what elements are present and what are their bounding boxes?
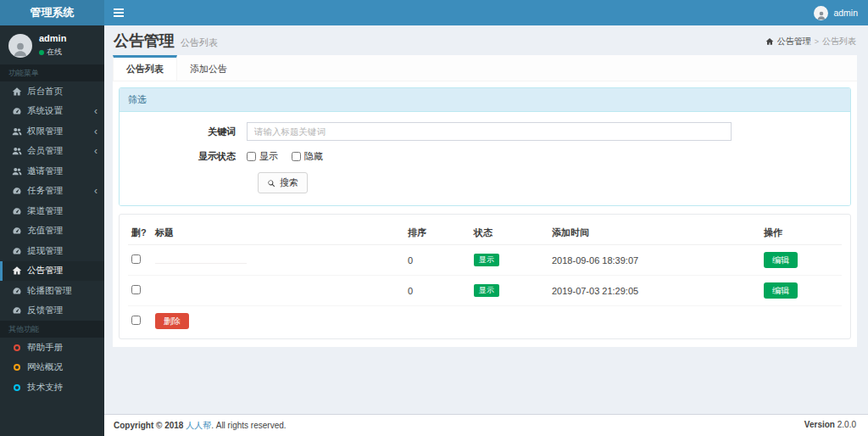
user-status: 在线 [39, 47, 66, 58]
gauge-icon [12, 246, 22, 256]
tab-1[interactable]: 添加公告 [177, 55, 240, 81]
version-label: Version [804, 420, 835, 429]
gauge-icon [12, 305, 22, 316]
sidebar-extra-item-0[interactable]: 帮助手册 [0, 338, 104, 358]
row-title[interactable] [152, 245, 404, 276]
sidebar-item-8[interactable]: 提现管理 [0, 241, 104, 261]
sidebar-extra-item-2[interactable]: 技术支持 [0, 377, 104, 398]
status-options: 显示 隐藏 [247, 150, 323, 163]
brand-link[interactable]: 人人帮 [186, 421, 211, 430]
navbar-user-menu[interactable]: admin [804, 0, 868, 25]
sidebar-item-label: 渠道管理 [27, 205, 63, 217]
tab-0[interactable]: 公告列表 [113, 55, 177, 81]
status-option-0[interactable]: 显示 [247, 150, 278, 163]
home-icon [765, 37, 774, 46]
sidebar-item-label: 后台首页 [27, 86, 63, 98]
home-icon [12, 266, 22, 276]
user-status-label: 在线 [47, 47, 62, 58]
user-name: admin [39, 33, 66, 44]
edit-button[interactable]: 编辑 [764, 282, 798, 299]
page-title: 公告管理 [114, 31, 175, 51]
row-sort: 0 [404, 245, 470, 276]
sidebar-item-4[interactable]: 邀请管理 [0, 161, 104, 182]
delete-button[interactable]: 删除 [155, 313, 189, 329]
edit-button[interactable]: 编辑 [764, 252, 798, 268]
sidebar-item-label: 网站概况 [27, 361, 63, 373]
home-icon [12, 87, 22, 97]
person-icon [12, 41, 29, 58]
gauge-icon [12, 106, 22, 116]
breadcrumb-link[interactable]: 公告管理 [777, 36, 811, 48]
col-delete: 删? [128, 221, 152, 245]
sidebar-item-11[interactable]: 反馈管理 [0, 301, 104, 321]
sidebar-item-1[interactable]: 系统设置 ‹ [0, 102, 104, 122]
copyright-suffix: . All rights reserved. [211, 421, 286, 430]
users-icon [12, 166, 22, 176]
sidebar-item-9[interactable]: 公告管理 [0, 261, 104, 282]
row-checkbox[interactable] [131, 254, 141, 264]
version-number: 2.0.0 [837, 420, 856, 429]
status-badge: 显示 [474, 254, 499, 266]
app-logo[interactable]: 管理系统 [0, 0, 104, 25]
tab-content: 筛选 关键词 显示状态 显示 隐藏 搜索 [113, 81, 857, 347]
sidebar-item-6[interactable]: 渠道管理 [0, 201, 104, 221]
keyword-input[interactable] [247, 122, 732, 141]
row-sort: 0 [404, 276, 470, 306]
sidebar-item-3[interactable]: 会员管理 ‹ [0, 142, 104, 162]
table-row-1: 0 显示 2019-07-03 21:29:05 编辑 [128, 276, 842, 306]
menu-section-other: 其他功能 [0, 321, 104, 338]
gauge-icon [12, 286, 22, 296]
top-navbar: admin [104, 0, 868, 25]
sidebar-item-2[interactable]: 权限管理 ‹ [0, 121, 104, 142]
sidebar-item-label: 提现管理 [27, 245, 63, 257]
navbar-avatar [814, 6, 828, 20]
search-button[interactable]: 搜索 [258, 172, 308, 193]
sidebar-item-label: 权限管理 [27, 126, 63, 137]
chevron-left-icon: ‹ [94, 187, 97, 195]
sidebar-item-label: 邀请管理 [27, 165, 63, 177]
chevron-left-icon: ‹ [94, 107, 97, 115]
circle-o-icon [14, 344, 20, 351]
filter-panel-title: 筛选 [120, 88, 850, 112]
sidebar-item-10[interactable]: 轮播图管理 [0, 281, 104, 301]
table-header-row: 删? 标题 排序 状态 添加时间 操作 [128, 221, 842, 245]
circle-o-icon [14, 364, 20, 371]
status-checkbox[interactable] [247, 152, 256, 161]
row-time: 2019-07-03 21:29:05 [548, 276, 760, 306]
content-header: 公告管理 公告列表 公告管理 > 公告列表 [104, 25, 868, 55]
breadcrumb-separator: > [815, 37, 819, 46]
sidebar-toggle-button[interactable] [104, 0, 133, 25]
select-all-checkbox[interactable] [131, 316, 141, 325]
sidebar-extra-item-1[interactable]: 网站概况 [0, 358, 104, 378]
announcement-table: 删? 标题 排序 状态 添加时间 操作 0 显示 2018-09-06 18:3… [128, 221, 842, 331]
navbar-username: admin [833, 8, 858, 18]
filter-panel-body: 关键词 显示状态 显示 隐藏 搜索 [120, 112, 850, 205]
masked-title-link[interactable] [155, 256, 247, 264]
online-dot-icon [39, 50, 44, 55]
sidebar-item-label: 会员管理 [27, 145, 63, 157]
sidebar-item-7[interactable]: 充值管理 [0, 221, 104, 242]
gauge-icon [12, 186, 22, 196]
sidebar-extra-menu: 帮助手册 网站概况 技术支持 [0, 338, 104, 398]
search-button-label: 搜索 [280, 176, 298, 189]
table-row-0: 0 显示 2018-09-06 18:39:07 编辑 [128, 245, 842, 276]
status-checkbox[interactable] [292, 152, 301, 161]
status-option-1[interactable]: 隐藏 [292, 150, 323, 163]
keyword-label: 关键词 [128, 126, 247, 138]
menu-section-main: 功能菜单 [0, 64, 104, 81]
row-checkbox[interactable] [131, 285, 141, 294]
sidebar-item-label: 系统设置 [27, 105, 63, 117]
footer: Copyright © 2018 人人帮. All rights reserve… [104, 414, 868, 436]
col-title: 标题 [152, 221, 404, 245]
sidebar-item-label: 反馈管理 [27, 305, 63, 316]
sidebar-item-0[interactable]: 后台首页 [0, 81, 104, 102]
row-time: 2018-09-06 18:39:07 [548, 245, 760, 276]
copyright: Copyright © 2018 人人帮. All rights reserve… [114, 420, 287, 436]
sidebar-item-5[interactable]: 任务管理 ‹ [0, 182, 104, 202]
row-title[interactable] [152, 276, 404, 306]
gauge-icon [12, 206, 22, 216]
circle-o-icon [14, 384, 20, 391]
sidebar: 管理系统 admin 在线 功能菜单 后台首页 系统设置 ‹ 权限管理 ‹ 会员… [0, 0, 104, 436]
col-sort: 排序 [404, 221, 470, 245]
user-avatar [8, 34, 32, 58]
